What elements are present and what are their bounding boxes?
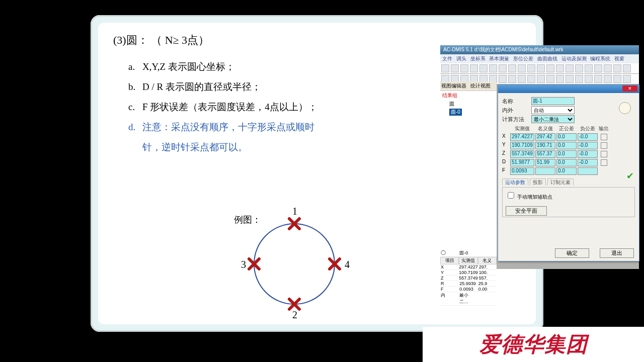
bullet-a-text: X,Y,Z 表示圆心坐标； <box>142 57 235 77</box>
col-nominal: 名义值 <box>535 125 555 132</box>
col-measured: 实测值 <box>510 125 534 132</box>
bg-circle: 圆-0 <box>459 250 477 257</box>
bullet-b-text: D / R 表示圆的直径或半径； <box>142 77 261 97</box>
dialog-titlebar[interactable]: ✕ <box>498 85 639 93</box>
bg-h2: 名义 <box>478 257 497 264</box>
menu-tol[interactable]: 形位公差 <box>513 56 533 61</box>
menu-probe[interactable]: 调头 <box>456 56 466 61</box>
tree-root[interactable]: 结果组 <box>440 91 497 100</box>
svg-text:1: 1 <box>292 206 297 217</box>
toolbar-1[interactable] <box>440 63 639 74</box>
tab-custom[interactable]: 订制元素 <box>547 178 574 186</box>
slide-stage: (3)圆： （ N≥ 3点） a.X,Y,Z 表示圆心坐标； b.D / R 表… <box>91 15 543 332</box>
svg-text:4: 4 <box>345 259 350 270</box>
svg-text:2: 2 <box>292 309 297 319</box>
tree-tab-2[interactable]: 统计视图 <box>470 82 491 89</box>
menu-csys[interactable]: 坐标系 <box>470 56 486 61</box>
circle-figure: 1 2 3 4 <box>239 204 360 319</box>
exit-button[interactable]: 退出 <box>600 248 634 258</box>
name-label: 名称 <box>502 98 531 105</box>
refresh-icon[interactable] <box>619 102 631 114</box>
bullet-a-label: a. <box>128 57 142 77</box>
param-tabs[interactable]: 运动参数 投影 订制元素 <box>502 179 635 186</box>
menu-view[interactable]: 视窗 <box>614 56 624 61</box>
brand-banner: 爱德华集团 <box>423 327 644 362</box>
tree-node-circle[interactable]: 圆 <box>440 100 497 108</box>
calc-label: 计算方法 <box>502 116 531 123</box>
bullet-b-label: b. <box>128 77 142 97</box>
out-check[interactable] <box>601 134 607 140</box>
col-ntol: 负公差 <box>578 125 598 132</box>
calc-select[interactable]: 最小二乘法 <box>531 115 575 123</box>
aux-checkbox[interactable]: 手动增加辅助点 <box>506 194 552 200</box>
bg-h1: 实测值 <box>459 257 477 264</box>
tolerance-grid: 实测值 名义值 正公差 负公差 输出 X297.4227297.420.0-0.… <box>502 125 635 175</box>
tree-node-circle0[interactable]: 圆-0 <box>440 108 497 116</box>
bullet-d-text2: 针，逆时针采点都可以。 <box>142 137 248 157</box>
svg-point-0 <box>254 224 335 304</box>
circle-dialog: ✕ 名称 内外自动 计算方法最小二乘法 实测值 名义值 正公差 负公差 输出 X… <box>498 84 639 261</box>
slide-page: (3)圆： （ N≥ 3点） a.X,Y,Z 表示圆心坐标； b.D / R 表… <box>98 23 536 324</box>
menu-curve[interactable]: 曲面曲线 <box>537 56 557 61</box>
cmm-app-window: AC-DMIS 5.1 d:\我的文档\ACDMIS\default\defau… <box>440 45 639 269</box>
app-menubar[interactable]: 文件 调头 坐标系 基本测量 形位公差 曲面曲线 运动及探测 编程系统 视窗 <box>440 54 639 63</box>
safe-plane-button[interactable]: 安全平面 <box>506 206 547 216</box>
app-titlebar: AC-DMIS 5.1 d:\我的文档\ACDMIS\default\defau… <box>440 45 639 54</box>
menu-prog[interactable]: 编程系统 <box>590 56 610 61</box>
io-select[interactable]: 自动 <box>531 106 575 114</box>
col-out: 输出 <box>599 125 609 132</box>
svg-text:3: 3 <box>241 259 246 270</box>
bg-h0: 项目 <box>440 257 459 264</box>
check-icon[interactable]: ✔ <box>626 170 634 182</box>
brand-text: 爱德华集团 <box>479 330 588 358</box>
bullet-c-text: F 形状误差（表示圆度误差，4点以上）； <box>142 97 317 117</box>
tree-panel[interactable]: 视图编辑器统计视图 结果组 圆 圆-0 ◯圆-0 项目实测值名义 X297.42… <box>440 81 497 267</box>
menu-measure[interactable]: 基本测量 <box>489 56 509 61</box>
col-ptol: 正公差 <box>556 125 577 132</box>
close-icon[interactable]: ✕ <box>622 85 637 92</box>
ok-button[interactable]: 确定 <box>555 248 589 258</box>
tree-tabs[interactable]: 视图编辑器统计视图 <box>440 81 497 91</box>
tab-project[interactable]: 投影 <box>530 178 546 186</box>
bullet-d-text1: 注意：采点没有顺序，十字形采点或顺时 <box>142 117 314 137</box>
menu-motion[interactable]: 运动及探测 <box>561 56 587 61</box>
menu-file[interactable]: 文件 <box>442 56 452 61</box>
bullet-d-label: d. <box>128 117 142 137</box>
bottom-grid: ◯圆-0 项目实测值名义 X297.4227297. Y100.7109100.… <box>440 250 497 306</box>
tab-motion[interactable]: 运动参数 <box>502 178 528 186</box>
io-label: 内外 <box>502 107 531 114</box>
param-pane: 手动增加辅助点 安全平面 <box>502 187 635 217</box>
name-input[interactable] <box>531 97 575 105</box>
bullet-c-label: c. <box>128 97 142 117</box>
tree-tab-1[interactable]: 视图编辑器 <box>441 82 466 89</box>
